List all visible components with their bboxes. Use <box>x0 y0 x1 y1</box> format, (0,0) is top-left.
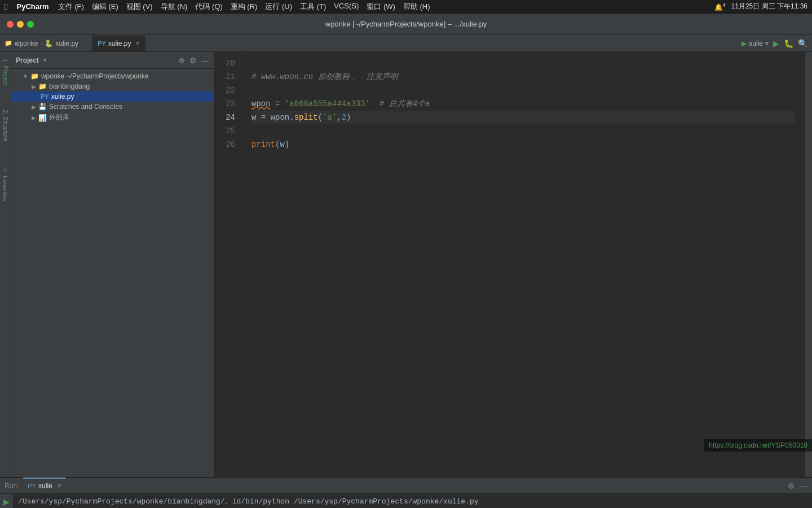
expand-arrow-bianbingdang: ▶ <box>32 84 36 90</box>
external-libs-icon: 📊 <box>38 114 47 122</box>
window-title: wponke [~/PycharmProjects/wponke] – .../… <box>325 20 487 28</box>
close-button[interactable] <box>7 21 14 28</box>
watermark-text: https://blog.csdn.net/YSP050310 <box>709 441 807 449</box>
sidebar-action-icons: ⊕ ⚙ — <box>178 56 209 65</box>
tab-close-button[interactable]: ✕ <box>135 40 140 46</box>
expand-arrow-external-libs: ▶ <box>32 115 36 121</box>
tree-item-scratches[interactable]: ▶ 💾 Scratches and Consoles <box>11 102 214 112</box>
run-config-name: xulie <box>749 40 763 47</box>
var-wpon: wpon <box>251 99 271 108</box>
apple-menu[interactable]:  <box>5 2 7 11</box>
sidebar: Project ▾ ⊕ ⚙ — ▼ 📁 wponke ~/PycharmProj… <box>11 52 214 477</box>
line-num-22: 22 <box>214 84 235 97</box>
tree-item-xulie[interactable]: PY xulie.py <box>11 91 214 102</box>
split-arg2: 2 <box>342 113 346 122</box>
debug-button[interactable]: 🐛 <box>784 39 793 48</box>
favorites-panel-icon[interactable]: ☆ Favorites <box>1 162 10 205</box>
sidebar-close-icon[interactable]: — <box>201 56 209 65</box>
menu-refactor[interactable]: 重构 (R) <box>231 2 258 12</box>
split-arg1: 'a' <box>323 113 337 122</box>
folder-icon-bianbingdang: 📁 <box>38 82 47 90</box>
editor-tab[interactable]: PY xulie.py ✕ <box>92 36 145 51</box>
menu-window[interactable]: 窗口 (W) <box>367 2 395 12</box>
menu-view[interactable]: 视图 (V) <box>126 2 153 12</box>
run-command-line: /Users/ysp/PycharmProjects/wponke/bianbi… <box>18 496 807 507</box>
run-config-chevron[interactable]: ▾ <box>765 40 769 47</box>
menu-navigate[interactable]: 导航 (N) <box>161 2 188 12</box>
menu-file[interactable]: 文件 (F) <box>58 2 84 12</box>
sidebar-dropdown[interactable]: ▾ <box>43 56 47 64</box>
editor-area: 20 21 22 23 24 25 26 # www.wpon.cn 原创教程，… <box>214 52 812 477</box>
tab-label: xulie.py <box>108 40 131 47</box>
breadcrumb-wponke[interactable]: 📁 <box>5 40 12 47</box>
time-display: 11月25日 周三 下午11:36 <box>731 2 807 11</box>
title-bar: wponke [~/PycharmProjects/wponke] – .../… <box>0 14 812 35</box>
code-editor[interactable]: # www.wpon.cn 原创教程， 注意声明 wpon = 'a666a55… <box>242 52 804 477</box>
code-line-22 <box>251 84 795 97</box>
run-output: /Users/ysp/PycharmProjects/wponke/bianbi… <box>14 494 812 508</box>
maximize-button[interactable] <box>27 21 34 28</box>
structure-panel-icon[interactable]: 2: Structure <box>1 105 10 146</box>
project-panel-icon[interactable]: 1: Project <box>1 54 10 89</box>
breadcrumb-file-label[interactable]: xulie.py <box>55 40 78 47</box>
tree-label-scratches: Scratches and Consoles <box>49 103 122 111</box>
run-tab-close[interactable]: ✕ <box>57 483 61 489</box>
bell-icon: 🔔4 <box>714 2 726 11</box>
paren-close: ) <box>346 113 351 122</box>
tree-label-wponke: wponke ~/PycharmProjects/wponke <box>41 72 148 80</box>
tree-label-external-libs: 外部库 <box>49 113 69 122</box>
line-num-26: 26 <box>214 138 235 151</box>
run-minimize-icon[interactable]: — <box>800 481 807 491</box>
sidebar-header: Project ▾ ⊕ ⚙ — <box>11 52 214 69</box>
menu-help[interactable]: 帮助 (H) <box>403 2 430 12</box>
editor-scrollbar[interactable] <box>804 52 812 477</box>
minimize-button[interactable] <box>17 21 24 28</box>
menu-run[interactable]: 运行 (U) <box>265 2 292 12</box>
run-button[interactable]: ▶ <box>773 39 779 48</box>
menu-vcs[interactable]: VCS(S) <box>334 2 359 12</box>
nav-right-icons: ▶ xulie ▾ ▶ 🐛 🔍 <box>742 39 807 48</box>
breadcrumb-file[interactable]: 🐍 <box>45 40 53 47</box>
run-panel: Run: PY xulie ✕ ⚙ — ▶ ⬛ ↺ ⬇ ↩ 🖨 🗑 <box>0 477 812 508</box>
run-tab-xulie[interactable]: PY xulie ✕ <box>23 478 65 493</box>
menu-tools[interactable]: 工具 (T) <box>300 2 326 12</box>
tree-label-bianbingdang: bianbingdang <box>49 82 90 90</box>
menu-bar:  PyCharm 文件 (F) 编辑 (E) 视图 (V) 导航 (N) 代码… <box>0 0 812 14</box>
code-line-21: # www.wpon.cn 原创教程， 注意声明 <box>251 70 795 84</box>
assign-op-2: = <box>256 113 270 122</box>
code-line-25 <box>251 124 795 138</box>
run-tab-icon: PY <box>28 483 36 489</box>
search-button[interactable]: 🔍 <box>798 39 807 48</box>
code-line-23: wpon = 'a666a555a444a333' # 总共有4个a <box>251 97 795 111</box>
tree-item-external-libs[interactable]: ▶ 📊 外部库 <box>11 112 214 124</box>
scratches-icon: 💾 <box>38 103 47 111</box>
code-line-24: w = wpon.split('a',2) <box>251 111 795 124</box>
main-content: 1: Project 2: Structure ☆ Favorites R Gr… <box>0 52 812 477</box>
editor-content[interactable]: 20 21 22 23 24 25 26 # www.wpon.cn 原创教程，… <box>214 52 812 477</box>
nav-bar: 📁 wponke › 🐍 xulie.py PY xulie.py ✕ ▶ xu… <box>0 35 812 52</box>
print-keyword: print <box>251 140 275 149</box>
string-value: 'a666a555a444a333' <box>285 99 370 108</box>
breadcrumb-project[interactable]: wponke <box>15 40 38 47</box>
menu-edit[interactable]: 编辑 (E) <box>92 2 118 12</box>
run-config-icon: ▶ <box>742 40 747 47</box>
run-settings-icon[interactable]: ⚙ <box>788 481 795 491</box>
sidebar-settings-icon[interactable]: ⚙ <box>189 56 197 65</box>
code-line-20 <box>251 56 795 70</box>
app-name[interactable]: PyCharm <box>16 2 48 11</box>
run-config-label[interactable]: ▶ xulie ▾ <box>742 40 769 47</box>
run-play-button[interactable]: ▶ <box>1 496 12 507</box>
expand-arrow-wponke: ▼ <box>23 73 28 80</box>
folder-icon-wponke: 📁 <box>30 72 39 80</box>
inline-comment: # 总共有4个a <box>370 99 430 108</box>
run-content: ▶ ⬛ ↺ ⬇ ↩ 🖨 🗑 /Users/ysp/PycharmProjects… <box>0 494 812 508</box>
line-num-25: 25 <box>214 124 235 138</box>
sidebar-scope-icon[interactable]: ⊕ <box>178 56 185 65</box>
menu-right-icons: 🔔4 11月25日 周三 下午11:36 <box>714 2 807 11</box>
menu-items: 文件 (F) 编辑 (E) 视图 (V) 导航 (N) 代码 (Q) 重构 (R… <box>58 2 430 12</box>
tree-item-bianbingdang[interactable]: ▶ 📁 bianbingdang <box>11 81 214 91</box>
tree-item-wponke[interactable]: ▼ 📁 wponke ~/PycharmProjects/wponke <box>11 71 214 81</box>
var-wpon-2: wpon <box>271 113 290 122</box>
menu-code[interactable]: 代码 (Q) <box>195 2 222 12</box>
watermark: https://blog.csdn.net/YSP050310 <box>704 439 812 452</box>
